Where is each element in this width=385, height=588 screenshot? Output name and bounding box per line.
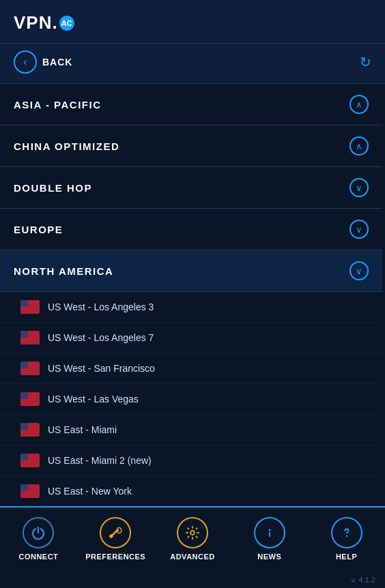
chevron-down-icon: ∨	[350, 261, 369, 280]
category-double-hop[interactable]: DOUBLE HOP ∨	[0, 167, 382, 209]
chevron-down-icon: ∨	[350, 220, 369, 239]
server-item[interactable]: US West - Los Angeles 7	[0, 323, 382, 353]
nav-item-connect[interactable]: CONNECT	[8, 517, 69, 561]
flag-us	[20, 300, 40, 314]
nav-label-connect: CONNECT	[18, 553, 58, 561]
logo: VPN. AC	[14, 12, 74, 33]
flag-us	[20, 484, 40, 498]
nav-bar: ‹ BACK ↻	[0, 44, 385, 84]
category-label: EUROPE	[14, 224, 63, 235]
category-label: CHINA OPTIMIZED	[14, 141, 119, 152]
bottom-nav: CONNECT PREFERENCES ADVANCED	[0, 506, 385, 588]
server-name: US West - Los Angeles 7	[48, 332, 154, 343]
logo-text: VPN.	[14, 12, 58, 33]
category-label: NORTH AMERICA	[14, 265, 113, 277]
flag-us	[20, 423, 40, 437]
server-name: US West - San Francisco	[48, 363, 155, 374]
power-icon	[23, 517, 54, 548]
nav-label-advanced: ADVANCED	[170, 553, 215, 561]
nav-items: CONNECT PREFERENCES ADVANCED	[0, 508, 385, 561]
server-item[interactable]: US West - San Francisco	[0, 353, 382, 384]
server-item[interactable]: US East - Miami 2 (new)	[0, 445, 382, 476]
server-name: US West - Las Vegas	[48, 394, 139, 405]
back-button[interactable]: ‹ BACK	[14, 50, 72, 74]
server-name: US West - Los Angeles 3	[48, 302, 154, 312]
category-label: ASIA - PACIFIC	[14, 99, 102, 111]
back-circle-icon: ‹	[14, 50, 37, 74]
nav-item-advanced[interactable]: ADVANCED	[162, 517, 223, 561]
server-item[interactable]: US East - New York	[0, 476, 382, 507]
nav-item-preferences[interactable]: PREFERENCES	[85, 517, 146, 561]
nav-label-help: HELP	[336, 553, 357, 561]
category-asia-pacific[interactable]: ASIA - PACIFIC ∧	[0, 84, 382, 126]
nav-label-news: NEWS	[257, 553, 281, 561]
info-icon	[254, 517, 285, 548]
back-label: BACK	[42, 57, 72, 68]
nav-label-preferences: PREFERENCES	[85, 553, 145, 561]
chevron-up-icon: ∧	[350, 95, 369, 114]
flag-us	[20, 331, 40, 344]
server-name: US East - New York	[48, 486, 132, 497]
category-label: DOUBLE HOP	[14, 182, 92, 194]
server-item[interactable]: US West - Las Vegas	[0, 384, 382, 415]
category-europe[interactable]: EUROPE ∨	[0, 209, 382, 250]
question-icon	[331, 517, 362, 548]
server-item[interactable]: US West - Los Angeles 3	[0, 292, 382, 323]
category-china-optimized[interactable]: CHINA OPTIMIZED ∧	[0, 126, 382, 167]
svg-point-2	[268, 529, 270, 531]
nav-item-news[interactable]: NEWS	[239, 517, 300, 561]
header: VPN. AC	[0, 0, 385, 44]
server-name: US East - Miami 2 (new)	[48, 455, 152, 466]
svg-point-4	[345, 535, 347, 537]
flag-us	[20, 454, 40, 467]
chevron-down-icon: ∨	[350, 178, 369, 197]
server-list[interactable]: ASIA - PACIFIC ∧ CHINA OPTIMIZED ∧ DOUBL…	[0, 84, 385, 540]
refresh-icon: ↻	[360, 55, 371, 70]
category-north-america[interactable]: NORTH AMERICA ∨	[0, 250, 382, 292]
svg-rect-3	[269, 532, 270, 537]
flag-us	[20, 392, 40, 406]
version-text: v. 4.1.2	[352, 576, 375, 584]
flag-us	[20, 362, 40, 375]
gear-icon	[177, 517, 208, 548]
main-content: ASIA - PACIFIC ∧ CHINA OPTIMIZED ∧ DOUBL…	[0, 84, 385, 540]
refresh-button[interactable]: ↻	[360, 54, 371, 70]
chevron-up-icon: ∧	[350, 136, 369, 156]
svg-point-1	[190, 531, 195, 535]
server-item-miami[interactable]: US East - Miami	[0, 415, 382, 445]
nav-item-help[interactable]: HELP	[316, 517, 377, 561]
wrench-icon	[100, 517, 131, 548]
logo-badge: AC	[59, 16, 74, 31]
server-name: US East - Miami	[48, 424, 117, 435]
